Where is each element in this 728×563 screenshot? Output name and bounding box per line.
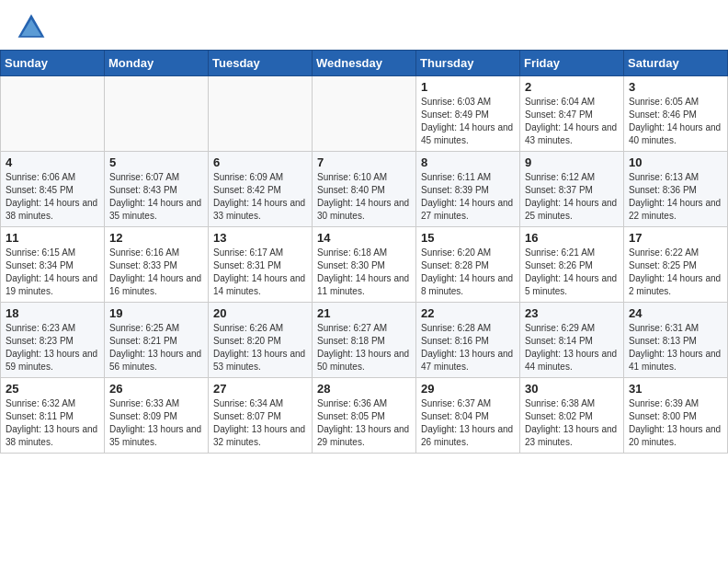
day-number: 11 — [6, 231, 99, 245]
calendar-cell: 8Sunrise: 6:11 AMSunset: 8:39 PMDaylight… — [416, 152, 520, 227]
day-number: 17 — [629, 231, 722, 245]
calendar-cell: 21Sunrise: 6:27 AMSunset: 8:18 PMDayligh… — [313, 303, 416, 378]
day-number: 13 — [213, 231, 307, 245]
day-info: Sunrise: 6:07 AMSunset: 8:43 PMDaylight:… — [109, 171, 203, 223]
day-info: Sunrise: 6:16 AMSunset: 8:33 PMDaylight:… — [109, 247, 203, 298]
day-number: 25 — [6, 382, 99, 396]
day-info: Sunrise: 6:32 AMSunset: 8:11 PMDaylight:… — [6, 397, 99, 449]
day-info: Sunrise: 6:03 AMSunset: 8:49 PMDaylight:… — [421, 96, 515, 147]
day-info: Sunrise: 6:22 AMSunset: 8:25 PMDaylight:… — [629, 247, 722, 298]
day-number: 5 — [109, 155, 203, 169]
calendar-cell: 10Sunrise: 6:13 AMSunset: 8:36 PMDayligh… — [624, 152, 728, 227]
day-number: 24 — [629, 306, 722, 320]
day-info: Sunrise: 6:06 AMSunset: 8:45 PMDaylight:… — [6, 171, 99, 223]
calendar-week-4: 18Sunrise: 6:23 AMSunset: 8:23 PMDayligh… — [1, 303, 728, 378]
calendar-cell: 14Sunrise: 6:18 AMSunset: 8:30 PMDayligh… — [313, 227, 416, 303]
day-number: 6 — [213, 155, 307, 169]
calendar-cell: 27Sunrise: 6:34 AMSunset: 8:07 PMDayligh… — [209, 378, 313, 454]
day-info: Sunrise: 6:12 AMSunset: 8:37 PMDaylight:… — [525, 171, 619, 223]
day-info: Sunrise: 6:39 AMSunset: 8:00 PMDaylight:… — [629, 397, 722, 449]
calendar-cell — [313, 76, 416, 152]
day-info: Sunrise: 6:04 AMSunset: 8:47 PMDaylight:… — [525, 96, 619, 147]
calendar-cell: 15Sunrise: 6:20 AMSunset: 8:28 PMDayligh… — [416, 227, 520, 303]
day-info: Sunrise: 6:21 AMSunset: 8:26 PMDaylight:… — [525, 247, 619, 298]
calendar-cell: 4Sunrise: 6:06 AMSunset: 8:45 PMDaylight… — [1, 152, 105, 227]
day-info: Sunrise: 6:20 AMSunset: 8:28 PMDaylight:… — [421, 247, 515, 298]
day-number: 3 — [629, 80, 722, 94]
calendar-cell: 13Sunrise: 6:17 AMSunset: 8:31 PMDayligh… — [209, 227, 313, 303]
day-info: Sunrise: 6:26 AMSunset: 8:20 PMDaylight:… — [213, 322, 307, 373]
day-number: 20 — [213, 306, 307, 320]
calendar-cell: 17Sunrise: 6:22 AMSunset: 8:25 PMDayligh… — [624, 227, 728, 303]
day-info: Sunrise: 6:09 AMSunset: 8:42 PMDaylight:… — [213, 171, 307, 223]
day-info: Sunrise: 6:27 AMSunset: 8:18 PMDaylight:… — [317, 322, 411, 373]
calendar-cell: 9Sunrise: 6:12 AMSunset: 8:37 PMDaylight… — [520, 152, 624, 227]
day-info: Sunrise: 6:15 AMSunset: 8:34 PMDaylight:… — [6, 247, 99, 298]
day-number: 9 — [525, 155, 619, 169]
day-info: Sunrise: 6:28 AMSunset: 8:16 PMDaylight:… — [421, 322, 515, 373]
day-info: Sunrise: 6:10 AMSunset: 8:40 PMDaylight:… — [317, 171, 411, 223]
day-info: Sunrise: 6:18 AMSunset: 8:30 PMDaylight:… — [317, 247, 411, 298]
calendar-week-2: 4Sunrise: 6:06 AMSunset: 8:45 PMDaylight… — [1, 152, 728, 227]
day-info: Sunrise: 6:33 AMSunset: 8:09 PMDaylight:… — [109, 397, 203, 449]
day-info: Sunrise: 6:05 AMSunset: 8:46 PMDaylight:… — [629, 96, 722, 147]
calendar-cell: 18Sunrise: 6:23 AMSunset: 8:23 PMDayligh… — [1, 303, 105, 378]
calendar-cell: 29Sunrise: 6:37 AMSunset: 8:04 PMDayligh… — [416, 378, 520, 454]
day-info: Sunrise: 6:23 AMSunset: 8:23 PMDaylight:… — [6, 322, 99, 373]
calendar-week-1: 1Sunrise: 6:03 AMSunset: 8:49 PMDaylight… — [1, 76, 728, 152]
day-number: 22 — [421, 306, 515, 320]
calendar-cell: 28Sunrise: 6:36 AMSunset: 8:05 PMDayligh… — [313, 378, 416, 454]
calendar-header-friday: Friday — [520, 51, 624, 76]
calendar-cell: 11Sunrise: 6:15 AMSunset: 8:34 PMDayligh… — [1, 227, 105, 303]
calendar-cell: 16Sunrise: 6:21 AMSunset: 8:26 PMDayligh… — [520, 227, 624, 303]
calendar-cell: 1Sunrise: 6:03 AMSunset: 8:49 PMDaylight… — [416, 76, 520, 152]
day-number: 4 — [6, 155, 99, 169]
calendar-cell: 26Sunrise: 6:33 AMSunset: 8:09 PMDayligh… — [105, 378, 209, 454]
day-info: Sunrise: 6:34 AMSunset: 8:07 PMDaylight:… — [213, 397, 307, 449]
day-number: 29 — [421, 382, 515, 396]
day-number: 28 — [317, 382, 411, 396]
calendar-cell: 22Sunrise: 6:28 AMSunset: 8:16 PMDayligh… — [416, 303, 520, 378]
day-info: Sunrise: 6:13 AMSunset: 8:36 PMDaylight:… — [629, 171, 722, 223]
day-number: 21 — [317, 306, 411, 320]
calendar-table: SundayMondayTuesdayWednesdayThursdayFrid… — [0, 50, 728, 454]
calendar-cell: 25Sunrise: 6:32 AMSunset: 8:11 PMDayligh… — [1, 378, 105, 454]
calendar-header-monday: Monday — [105, 51, 209, 76]
calendar-cell: 23Sunrise: 6:29 AMSunset: 8:14 PMDayligh… — [520, 303, 624, 378]
day-info: Sunrise: 6:31 AMSunset: 8:13 PMDaylight:… — [629, 322, 722, 373]
calendar-cell: 3Sunrise: 6:05 AMSunset: 8:46 PMDaylight… — [624, 76, 728, 152]
day-number: 18 — [6, 306, 99, 320]
calendar-cell: 2Sunrise: 6:04 AMSunset: 8:47 PMDaylight… — [520, 76, 624, 152]
day-number: 19 — [109, 306, 203, 320]
day-number: 15 — [421, 231, 515, 245]
calendar-header-saturday: Saturday — [624, 51, 728, 76]
calendar-header-thursday: Thursday — [416, 51, 520, 76]
day-number: 16 — [525, 231, 619, 245]
calendar-cell — [105, 76, 209, 152]
day-info: Sunrise: 6:11 AMSunset: 8:39 PMDaylight:… — [421, 171, 515, 223]
day-number: 14 — [317, 231, 411, 245]
calendar-week-3: 11Sunrise: 6:15 AMSunset: 8:34 PMDayligh… — [1, 227, 728, 303]
day-number: 1 — [421, 80, 515, 94]
calendar-header-wednesday: Wednesday — [313, 51, 416, 76]
calendar-header-row: SundayMondayTuesdayWednesdayThursdayFrid… — [1, 51, 728, 76]
day-number: 27 — [213, 382, 307, 396]
day-number: 7 — [317, 155, 411, 169]
day-number: 31 — [629, 382, 722, 396]
day-info: Sunrise: 6:25 AMSunset: 8:21 PMDaylight:… — [109, 322, 203, 373]
day-info: Sunrise: 6:17 AMSunset: 8:31 PMDaylight:… — [213, 247, 307, 298]
day-number: 12 — [109, 231, 203, 245]
calendar-cell: 19Sunrise: 6:25 AMSunset: 8:21 PMDayligh… — [105, 303, 209, 378]
day-number: 10 — [629, 155, 722, 169]
day-number: 30 — [525, 382, 619, 396]
day-number: 23 — [525, 306, 619, 320]
calendar-cell: 24Sunrise: 6:31 AMSunset: 8:13 PMDayligh… — [624, 303, 728, 378]
calendar-week-5: 25Sunrise: 6:32 AMSunset: 8:11 PMDayligh… — [1, 378, 728, 454]
day-number: 8 — [421, 155, 515, 169]
day-number: 26 — [109, 382, 203, 396]
day-info: Sunrise: 6:37 AMSunset: 8:04 PMDaylight:… — [421, 397, 515, 449]
calendar-cell: 5Sunrise: 6:07 AMSunset: 8:43 PMDaylight… — [105, 152, 209, 227]
calendar-cell: 12Sunrise: 6:16 AMSunset: 8:33 PMDayligh… — [105, 227, 209, 303]
calendar-cell: 31Sunrise: 6:39 AMSunset: 8:00 PMDayligh… — [624, 378, 728, 454]
day-number: 2 — [525, 80, 619, 94]
